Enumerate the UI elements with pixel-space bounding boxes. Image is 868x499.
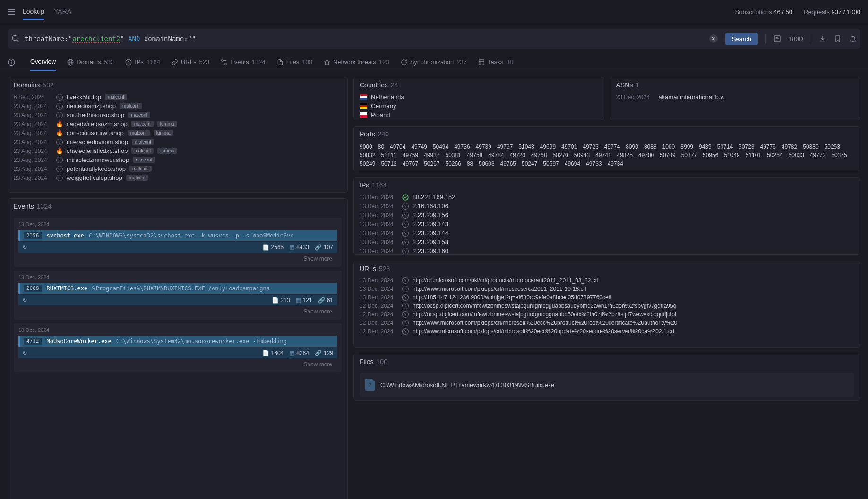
port-item[interactable]: 51111 [381, 152, 396, 159]
port-item[interactable]: 49937 [424, 152, 439, 159]
port-item[interactable]: 50253 [825, 144, 840, 150]
port-item[interactable]: 49784 [488, 152, 504, 159]
clear-icon[interactable]: ✕ [709, 34, 718, 43]
show-more-button[interactable]: Show more [18, 358, 337, 369]
bookmark-icon[interactable] [834, 35, 842, 42]
tab-overview[interactable]: Overview [30, 53, 56, 71]
asn-row[interactable]: 23 Dec, 2024akamai international b.v. [610, 93, 860, 101]
ip-row[interactable]: 13 Dec, 2024?2.23.209.143 [354, 220, 860, 228]
country-row[interactable]: Germany [354, 101, 604, 110]
info-icon[interactable] [8, 59, 15, 66]
port-item[interactable]: 49768 [531, 152, 547, 159]
port-item[interactable]: 50709 [660, 152, 675, 159]
port-item[interactable]: 50267 [424, 161, 439, 167]
url-row[interactable]: 12 Dec, 2024?http://ocsp.digicert.com/mf… [354, 310, 860, 319]
search-input[interactable]: threatName:"arechclient2" AND domainName… [25, 35, 709, 42]
port-item[interactable]: 50380 [803, 144, 818, 150]
port-item[interactable]: 9439 [699, 144, 712, 150]
url-row[interactable]: 12 Dec, 2024?http://ocsp.digicert.com/mf… [354, 302, 860, 310]
port-item[interactable]: 50714 [717, 144, 733, 150]
port-item[interactable]: 50833 [789, 152, 804, 159]
country-row[interactable]: Netherlands [354, 93, 604, 101]
port-item[interactable]: 49733 [586, 161, 602, 167]
event-card[interactable]: 13 Dec, 2024 2088 RUXIMICS.exe %ProgramF… [14, 271, 342, 320]
port-item[interactable]: 50375 [831, 152, 847, 159]
url-row[interactable]: 12 Dec, 2024?http://www.microsoft.com/pk… [354, 319, 860, 327]
port-item[interactable]: 50377 [681, 152, 697, 159]
port-item[interactable]: 50943 [574, 152, 590, 159]
port-item[interactable]: 88 [467, 161, 473, 167]
port-item[interactable]: 49700 [638, 152, 654, 159]
duration-select[interactable]: 180D [789, 35, 803, 42]
file-row[interactable]: ? C:\Windows\Microsoft.NET\Framework\v4.… [360, 373, 854, 397]
tab-domains[interactable]: Domains532 [67, 54, 114, 70]
port-item[interactable]: 49776 [760, 144, 775, 150]
tab-network[interactable]: Network threats123 [324, 54, 389, 70]
country-row[interactable]: Poland [354, 110, 604, 119]
menu-icon[interactable] [8, 8, 15, 16]
port-item[interactable]: 49701 [561, 144, 577, 150]
domain-row[interactable]: 23 Aug, 2024?deicedosmzj.shopmalconf [8, 101, 347, 110]
port-item[interactable]: 50603 [479, 161, 494, 167]
port-item[interactable]: 49736 [454, 144, 470, 150]
port-item[interactable]: 50247 [522, 161, 537, 167]
port-item[interactable]: 8090 [626, 144, 638, 150]
port-item[interactable]: 49782 [782, 144, 797, 150]
tab-ips[interactable]: IPs1164 [125, 54, 160, 70]
port-item[interactable]: 49772 [810, 152, 825, 159]
domain-row[interactable]: 6 Sep, 2024?fivexx5ht.topmalconf [8, 93, 347, 101]
port-item[interactable]: 49694 [565, 161, 580, 167]
port-item[interactable]: 49825 [617, 152, 633, 159]
download-icon[interactable] [819, 35, 826, 42]
port-item[interactable]: 8999 [680, 144, 693, 150]
port-item[interactable]: 50270 [552, 152, 568, 159]
port-item[interactable]: 49704 [390, 144, 405, 150]
tab-urls[interactable]: URLs523 [172, 54, 209, 70]
event-card[interactable]: 13 Dec, 2024 4712 MoUsoCoreWorker.exe C:… [14, 323, 342, 372]
port-item[interactable]: 50597 [543, 161, 559, 167]
port-item[interactable]: 50956 [703, 152, 718, 159]
ip-row[interactable]: 13 Dec, 2024?2.23.209.144 [354, 228, 860, 237]
port-item[interactable]: 51049 [724, 152, 739, 159]
port-item[interactable]: 49741 [595, 152, 611, 159]
search-bar[interactable]: threatName:"arechclient2" AND domainName… [8, 29, 860, 49]
ip-row[interactable]: 13 Dec, 2024?2.23.209.156 [354, 211, 860, 220]
port-item[interactable]: 49699 [540, 144, 556, 150]
port-item[interactable]: 1000 [662, 144, 675, 150]
code-icon[interactable] [773, 35, 781, 42]
port-item[interactable]: 49749 [411, 144, 427, 150]
port-item[interactable]: 49739 [476, 144, 491, 150]
show-more-button[interactable]: Show more [18, 305, 337, 316]
port-item[interactable]: 50712 [381, 161, 396, 167]
tab-files[interactable]: Files100 [277, 54, 312, 70]
ip-row[interactable]: 13 Dec, 2024?2.23.209.158 [354, 237, 860, 246]
search-button[interactable]: Search [725, 33, 758, 45]
domain-row[interactable]: 23 Aug, 2024?miracledzmnqwui.shopmalconf [8, 155, 347, 164]
port-item[interactable]: 8088 [644, 144, 657, 150]
port-item[interactable]: 50266 [446, 161, 461, 167]
url-row[interactable]: 13 Dec, 2024?http://crl.microsoft.com/pk… [354, 276, 860, 285]
port-item[interactable]: 49759 [403, 152, 418, 159]
port-item[interactable]: 80 [378, 144, 384, 150]
port-item[interactable]: 51101 [746, 152, 761, 159]
port-item[interactable]: 49765 [500, 161, 516, 167]
domain-row[interactable]: 23 Aug, 2024?potentioallykeos.shopmalcon… [8, 164, 347, 173]
expand-icon[interactable]: ↻ [22, 349, 27, 356]
event-card[interactable]: 13 Dec, 2024 2356 svchost.exe C:\WINDOWS… [14, 218, 342, 267]
domain-row[interactable]: 23 Aug, 2024🔥consciousourwi.shopmalconf … [8, 128, 347, 137]
port-item[interactable]: 49734 [607, 161, 623, 167]
tab-tasks[interactable]: Tasks88 [478, 54, 513, 70]
nav-lookup[interactable]: Lookup [23, 4, 44, 20]
port-item[interactable]: 50381 [446, 152, 461, 159]
port-item[interactable]: 51048 [518, 144, 534, 150]
expand-icon[interactable]: ↻ [22, 244, 27, 251]
show-more-button[interactable]: Show more [18, 253, 337, 263]
port-item[interactable]: 50723 [739, 144, 754, 150]
port-item[interactable]: 49720 [510, 152, 525, 159]
ip-row[interactable]: 13 Dec, 2024?2.16.164.106 [354, 202, 860, 211]
port-item[interactable]: 49774 [604, 144, 620, 150]
nav-yara[interactable]: YARA [54, 4, 71, 20]
url-row[interactable]: 13 Dec, 2024?http://www.microsoft.com/pk… [354, 285, 860, 293]
domain-row[interactable]: 23 Aug, 2024🔥cagedwifedsozm.shopmalconf … [8, 119, 347, 128]
port-item[interactable]: 50254 [767, 152, 782, 159]
